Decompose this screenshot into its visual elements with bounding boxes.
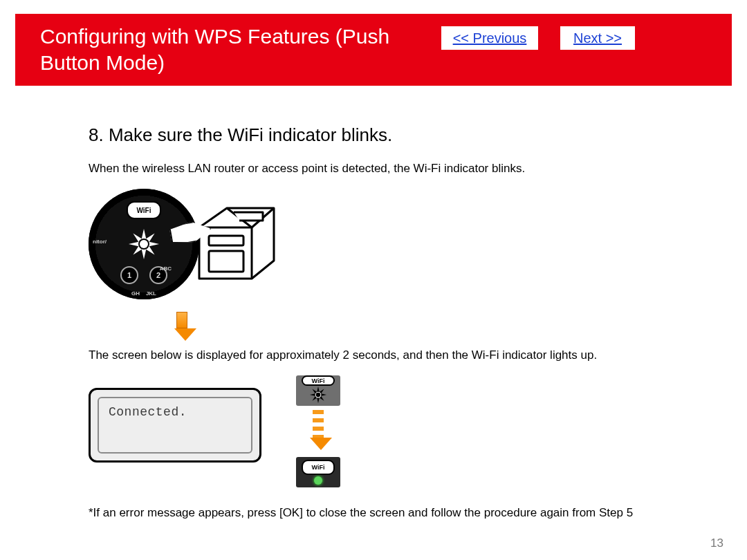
svg-rect-0 xyxy=(209,236,243,245)
page-number: 13 xyxy=(710,536,723,550)
dial-button-1: 1 xyxy=(120,266,138,284)
page: Configuring with WPS Features (Push Butt… xyxy=(0,0,747,560)
dial-edge-label: ABC xyxy=(160,265,172,272)
figure-dial-and-printer: WiFi 1 2 nitor/ ABC GH JKL xyxy=(89,189,289,306)
arrow-down-icon xyxy=(174,312,190,341)
figure-lcd-and-status: Connected. WiFi xyxy=(89,375,379,486)
note-text: *If an error message appears, press [OK]… xyxy=(89,505,663,521)
lcd-screen: Connected. xyxy=(89,388,261,463)
step-paragraph-2: The screen below is displayed for approx… xyxy=(89,348,663,363)
wifi-pill-icon: WiFi xyxy=(302,375,335,386)
dial-edge-label: GH JKL xyxy=(131,290,156,297)
wifi-status-on: WiFi xyxy=(296,457,340,487)
arrow-down-dashed-icon xyxy=(310,410,326,450)
content-area: 8. Make sure the WiFi indicator blinks. … xyxy=(89,124,663,533)
page-title: Configuring with WPS Features (Push Butt… xyxy=(40,24,434,76)
printer-illustration xyxy=(185,194,289,301)
control-dial: WiFi 1 2 nitor/ ABC GH JKL xyxy=(89,189,199,299)
status-led-icon xyxy=(314,476,322,485)
wifi-burst-icon xyxy=(309,389,327,401)
svg-rect-1 xyxy=(209,251,243,272)
wifi-burst-icon xyxy=(127,227,160,261)
wifi-pill-icon: WiFi xyxy=(302,460,335,475)
step-heading: 8. Make sure the WiFi indicator blinks. xyxy=(89,124,663,146)
next-button[interactable]: Next >> xyxy=(560,26,635,50)
dial-edge-label: nitor/ xyxy=(93,239,107,245)
lcd-text: Connected. xyxy=(98,397,252,454)
wifi-status-blinking: WiFi xyxy=(296,375,340,406)
error-note: *If an error message appears, press [OK]… xyxy=(89,505,663,521)
title-banner: Configuring with WPS Features (Push Butt… xyxy=(15,14,732,86)
previous-button[interactable]: << Previous xyxy=(441,26,538,50)
step-paragraph-1: When the wireless LAN router or access p… xyxy=(89,161,663,176)
printer-icon xyxy=(185,194,289,298)
wifi-label-pill: WiFi xyxy=(127,201,161,219)
